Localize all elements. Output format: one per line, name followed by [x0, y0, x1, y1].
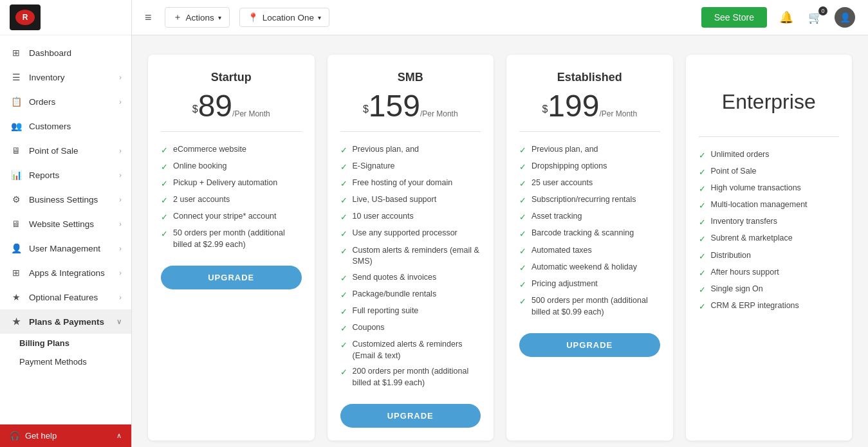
sidebar-item-point-of-sale[interactable]: 🖥 Point of Sale ›: [0, 138, 131, 163]
established-divider: [519, 131, 660, 132]
smb-plan-price: $159/Per Month: [340, 91, 481, 122]
enterprise-feature-list: ✓Unlimited orders ✓Point of Sale ✓High v…: [699, 147, 840, 315]
header: ≡ ＋ Actions ▾ 📍 Location One ▾ See Store…: [132, 0, 868, 35]
check-icon: ✓: [699, 217, 706, 228]
chevron-right-icon: ›: [119, 196, 122, 203]
startup-upgrade-button[interactable]: UPGRADE: [161, 266, 302, 289]
chevron-right-icon: ›: [119, 147, 122, 154]
sidebar-item-orders[interactable]: 📋 Orders ›: [0, 89, 131, 114]
sidebar-item-label: Reports: [29, 170, 59, 180]
list-item: ✓Coupons: [340, 320, 481, 337]
smb-amount: 159: [369, 89, 420, 123]
sidebar-item-label: Orders: [29, 97, 55, 107]
pos-icon: 🖥: [10, 144, 23, 157]
sidebar-logo: R: [0, 0, 131, 35]
see-store-button[interactable]: See Store: [701, 7, 767, 28]
sidebar-item-label: Inventory: [29, 73, 65, 82]
billing-plans-content: Startup $89/Per Month ✓eCommerce website…: [132, 35, 868, 447]
list-item: ✓E-Signature: [340, 158, 481, 175]
sidebar-item-website-settings[interactable]: 🖥 Website Settings ›: [0, 212, 131, 236]
check-icon: ✓: [699, 233, 706, 245]
sidebar-item-label: Plans & Payments: [29, 317, 104, 327]
inventory-icon: ☰: [10, 71, 23, 84]
plans-icon: ★: [10, 315, 23, 328]
cart-button[interactable]: 🛒 0: [806, 8, 825, 27]
list-item: ✓Use any supported processor: [340, 226, 481, 242]
sidebar-item-customers[interactable]: 👥 Customers: [0, 114, 131, 138]
check-icon: ✓: [340, 323, 347, 334]
check-icon: ✓: [340, 161, 347, 173]
sidebar-item-reports[interactable]: 📊 Reports ›: [0, 163, 131, 187]
list-item: ✓Pickup + Delivery automation: [161, 175, 302, 192]
sidebar-sub-item-label: Payment Methods: [19, 357, 87, 367]
check-icon: ✓: [519, 195, 526, 206]
check-icon: ✓: [340, 273, 347, 284]
check-icon: ✓: [340, 289, 347, 301]
smb-plan-card: SMB $159/Per Month ✓Previous plan, and ✓…: [328, 55, 494, 441]
logo-icon: R: [15, 10, 35, 25]
list-item: ✓Inventory transfers: [699, 214, 840, 231]
check-icon: ✓: [699, 183, 706, 195]
sidebar-item-plans-payments[interactable]: ★ Plans & Payments ∨: [0, 309, 131, 334]
list-item: ✓Barcode tracking & scanning: [519, 226, 660, 242]
sidebar-item-user-management[interactable]: 👤 User Management ›: [0, 236, 131, 260]
startup-plan-card: Startup $89/Per Month ✓eCommerce website…: [148, 55, 315, 441]
chevron-down-icon: ∨: [116, 318, 122, 326]
list-item: ✓High volume transactions: [699, 180, 840, 197]
sidebar-sub-item-payment-methods[interactable]: Payment Methods: [0, 352, 131, 371]
check-icon: ✓: [519, 161, 526, 173]
sidebar: R ⊞ Dashboard ☰ Inventory › 📋 Orders › 👥…: [0, 0, 132, 447]
check-icon: ✓: [340, 367, 347, 378]
smb-feature-list: ✓Previous plan, and ✓E-Signature ✓Free h…: [340, 141, 481, 391]
list-item: ✓Unlimited orders: [699, 147, 840, 163]
list-item: ✓Distribution: [699, 248, 840, 264]
list-item: ✓25 user accounts: [519, 175, 660, 192]
avatar-icon: 👤: [840, 12, 851, 23]
get-help-button[interactable]: 🎧 Get help ∧: [0, 424, 131, 447]
check-icon: ✓: [519, 212, 526, 223]
check-icon: ✓: [699, 268, 706, 279]
list-item: ✓200 orders per month (additional billed…: [340, 364, 481, 391]
check-icon: ✓: [699, 167, 706, 178]
customers-icon: 👥: [10, 120, 23, 132]
sidebar-sub-item-billing-plans[interactable]: Billing Plans: [0, 334, 131, 352]
list-item: ✓500 orders per month (additional billed…: [519, 293, 660, 320]
startup-plan-name: Startup: [161, 71, 302, 84]
chevron-right-icon: ›: [119, 269, 122, 277]
startup-currency: $: [192, 104, 198, 114]
user-avatar[interactable]: 👤: [835, 7, 855, 28]
check-icon: ✓: [519, 296, 526, 307]
check-icon: ✓: [161, 212, 168, 223]
chevron-right-icon: ›: [119, 293, 122, 301]
chevron-right-icon: ›: [119, 98, 122, 105]
check-icon: ✓: [699, 150, 706, 161]
actions-chevron-icon: ▾: [218, 14, 221, 21]
established-upgrade-button[interactable]: UPGRADE: [519, 333, 660, 357]
established-feature-list: ✓Previous plan, and ✓Dropshipping option…: [519, 141, 660, 320]
smb-upgrade-button[interactable]: UPGRADE: [340, 404, 481, 428]
established-currency: $: [542, 104, 548, 114]
list-item: ✓Pricing adjustment: [519, 277, 660, 293]
list-item: ✓Automated taxes: [519, 242, 660, 259]
list-item: ✓Single sign On: [699, 282, 840, 298]
startup-feature-list: ✓eCommerce website ✓Online booking ✓Pick…: [161, 141, 302, 253]
list-item: ✓2 user accounts: [161, 192, 302, 209]
check-icon: ✓: [161, 195, 168, 206]
sidebar-item-inventory[interactable]: ☰ Inventory ›: [0, 65, 131, 89]
location-button[interactable]: 📍 Location One ▾: [239, 8, 329, 27]
sidebar-item-apps-integrations[interactable]: ⊞ Apps & Integrations ›: [0, 260, 131, 285]
list-item: ✓Customized alerts & reminders (Email & …: [340, 337, 481, 364]
actions-button[interactable]: ＋ Actions ▾: [165, 7, 230, 28]
sidebar-item-optional-features[interactable]: ★ Optional Features ›: [0, 285, 131, 309]
list-item: ✓Multi-location management: [699, 197, 840, 214]
startup-plan-price: $89/Per Month: [161, 91, 302, 122]
established-amount: 199: [548, 89, 599, 123]
list-item: ✓50 orders per month (additional billed …: [161, 226, 302, 253]
sidebar-item-business-settings[interactable]: ⚙ Business Settings ›: [0, 187, 131, 212]
list-item: ✓Full reporting suite: [340, 304, 481, 320]
sidebar-item-dashboard[interactable]: ⊞ Dashboard: [0, 41, 131, 65]
notifications-button[interactable]: 🔔: [777, 8, 796, 27]
list-item: ✓Point of Sale: [699, 163, 840, 180]
hamburger-icon[interactable]: ≡: [145, 11, 152, 24]
enterprise-plan-card: Enterprise ✓Unlimited orders ✓Point of S…: [686, 55, 853, 441]
